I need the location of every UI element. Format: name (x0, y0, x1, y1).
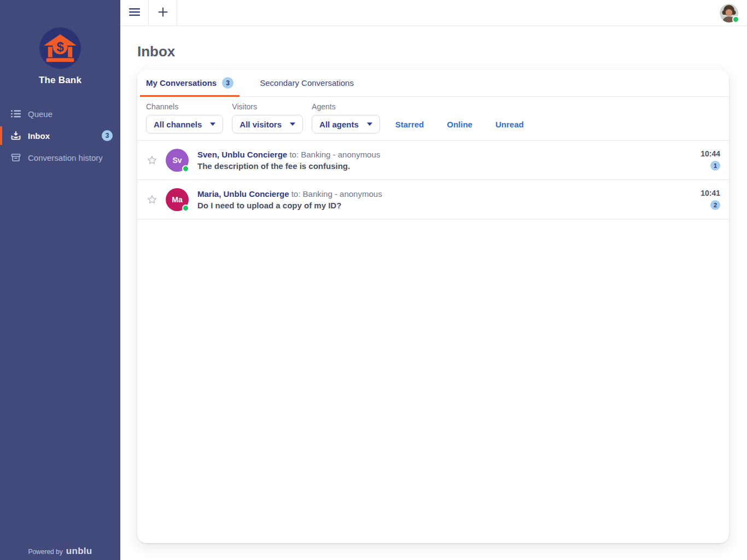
visitors-filter-group: Visitors All visitors (232, 102, 303, 133)
powered-by-text: Powered by (28, 548, 62, 556)
user-menu-avatar[interactable] (720, 4, 738, 22)
channels-label: Channels (146, 102, 223, 111)
sidebar-item-conversation-history[interactable]: Conversation history (0, 147, 120, 168)
online-status-dot (182, 205, 189, 212)
conversation-name: Sven, Unblu Concierge (197, 150, 287, 159)
channels-filter-group: Channels All channels (146, 102, 223, 133)
topbar (120, 0, 747, 26)
avatar: Sv (166, 149, 189, 172)
chevron-down-icon (367, 122, 372, 126)
unread-count-badge: 1 (710, 161, 720, 171)
unblu-logo: unblu (66, 546, 92, 557)
agents-select[interactable]: All agents (312, 115, 380, 133)
conversation-row[interactable]: Ma Maria, Unblu Concierge to: Banking - … (137, 180, 729, 219)
my-conversations-count-badge: 3 (222, 77, 234, 89)
hamburger-icon (129, 8, 140, 19)
conversation-text: Maria, Unblu Concierge to: Banking - ano… (197, 189, 382, 211)
visitors-select[interactable]: All visitors (232, 115, 303, 133)
sidebar-item-queue[interactable]: Queue (0, 103, 120, 125)
inbox-tray-icon (11, 131, 21, 141)
sidebar: $ The Bank Queue Inbox (0, 0, 120, 560)
sidebar-nav: Queue Inbox 3 Conversation his (0, 103, 120, 168)
star-outline-icon[interactable] (146, 194, 158, 206)
agents-label: Agents (312, 102, 380, 111)
sidebar-item-inbox[interactable]: Inbox 3 (0, 125, 120, 147)
bank-logo-icon: $ (39, 27, 81, 69)
conversation-meta: 10:44 1 (701, 149, 720, 171)
tab-label: My Conversations (146, 78, 217, 88)
svg-text:$: $ (56, 39, 63, 54)
chevron-down-icon (210, 122, 215, 126)
conversation-tabs: My Conversations 3 Secondary Conversatio… (137, 69, 729, 97)
online-status-dot (182, 165, 189, 172)
agents-filter-group: Agents All agents (312, 102, 380, 133)
archive-icon (11, 153, 21, 162)
conversation-text: Sven, Unblu Concierge to: Banking - anon… (197, 149, 380, 171)
active-tab-underline (140, 95, 240, 97)
conversation-preview: The description of the fee is confusing. (197, 161, 380, 171)
conversation-recipient: to: Banking - anonymous (289, 150, 380, 159)
inbox-card: My Conversations 3 Secondary Conversatio… (137, 69, 729, 543)
topbar-spacer (177, 0, 720, 26)
sidebar-item-label: Conversation history (28, 153, 103, 162)
tab-my-conversations[interactable]: My Conversations 3 (146, 77, 234, 89)
unread-count-badge: 2 (710, 200, 720, 210)
conversation-row[interactable]: Sv Sven, Unblu Concierge to: Banking - a… (137, 141, 729, 180)
sidebar-item-label: Inbox (28, 131, 50, 141)
conversation-name: Maria, Unblu Concierge (197, 189, 289, 199)
star-outline-icon[interactable] (146, 154, 158, 166)
channels-select[interactable]: All channels (146, 115, 223, 133)
visitors-label: Visitors (232, 102, 303, 111)
conversation-recipient: to: Banking - anonymous (291, 189, 382, 199)
page-title: Inbox (137, 43, 175, 60)
plus-icon (158, 7, 168, 19)
sidebar-item-label: Queue (28, 109, 52, 119)
conversation-time: 10:44 (701, 149, 720, 158)
visitors-select-value: All visitors (240, 120, 282, 129)
conversation-time: 10:41 (701, 189, 720, 197)
online-filter-toggle[interactable]: Online (447, 120, 472, 129)
conversation-preview: Do I need to upload a copy of my ID? (197, 200, 382, 211)
conversation-list: Sv Sven, Unblu Concierge to: Banking - a… (137, 141, 729, 219)
starred-filter-toggle[interactable]: Starred (395, 120, 424, 129)
powered-by-footer: Powered by unblu (0, 546, 120, 557)
avatar: Ma (166, 188, 189, 211)
conversation-meta: 10:41 2 (701, 189, 720, 210)
brand-name: The Bank (0, 75, 120, 86)
channels-select-value: All channels (154, 120, 202, 129)
agents-select-value: All agents (319, 120, 359, 129)
new-conversation-button[interactable] (149, 0, 177, 26)
unread-filter-toggle[interactable]: Unread (495, 120, 524, 129)
tab-secondary-conversations[interactable]: Secondary Conversations (260, 78, 354, 88)
online-status-dot (732, 16, 739, 23)
filter-bar: Channels All channels Visitors All visit… (137, 97, 729, 141)
main-content: Inbox My Conversations 3 Secondary Conve… (120, 26, 747, 560)
menu-button[interactable] (120, 0, 149, 26)
quick-filters: Starred Online Unread (395, 120, 524, 129)
chevron-down-icon (290, 122, 295, 126)
inbox-count-badge: 3 (102, 130, 113, 141)
queue-list-icon (11, 109, 21, 119)
tab-label: Secondary Conversations (260, 78, 354, 88)
